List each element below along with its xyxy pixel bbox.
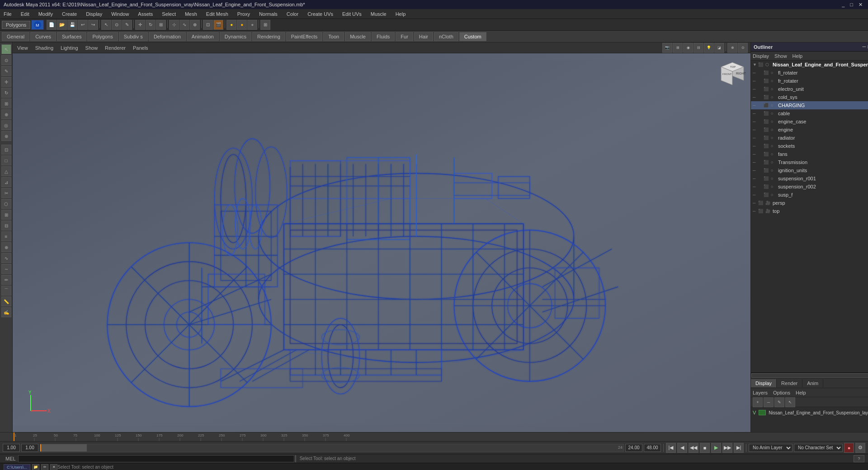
menu-mesh[interactable]: Mesh [183, 10, 199, 18]
path-action2[interactable]: ✏ [41, 464, 48, 470]
scale-tool[interactable]: ⊞ [1, 99, 11, 108]
timeline-range-bar[interactable]: 24 [40, 444, 624, 452]
region-select[interactable]: □ [1, 155, 11, 165]
out-row-susp-r002[interactable]: ─ ⬛ ○ suspension_r002 [751, 183, 868, 191]
annotate-tool[interactable]: ✍ [1, 307, 11, 317]
open-script-editor[interactable]: C:\Users\... [4, 464, 30, 470]
delete-layer-btn[interactable]: ─ [764, 397, 774, 407]
view-cube[interactable]: RIGHT TOP FRONT [719, 58, 746, 85]
stop-btn[interactable]: ■ [700, 443, 710, 453]
tab-hair[interactable]: Hair [414, 32, 433, 41]
out-row-ignition[interactable]: ─ ⬛ ○ ignition_units [751, 166, 868, 174]
paint-select-tool[interactable]: ✎ [1, 66, 11, 76]
frame-end-input[interactable] [625, 444, 642, 452]
menu-edit[interactable]: Edit [19, 10, 31, 18]
frame-current-input[interactable] [21, 444, 38, 452]
split-poly[interactable]: ✂ [1, 188, 11, 198]
new-scene-btn[interactable]: 📄 [47, 20, 57, 30]
prev-frame-btn[interactable]: |◀ [666, 443, 676, 453]
title-bar-controls[interactable]: _ □ ✕ [840, 2, 864, 8]
vp-menu-shading[interactable]: Shading [33, 44, 55, 52]
vp-icon-smooth[interactable]: ◉ [683, 43, 693, 53]
outliner-content[interactable]: ▼ ⬛ ⬡ Nissan_Leaf_Engine_and_Front_Suspe… [751, 61, 868, 372]
tab-general[interactable]: General [2, 32, 29, 41]
vp-icon-camera[interactable]: 📷 [662, 43, 672, 53]
merge-tool[interactable]: ⊕ [1, 242, 11, 252]
hscroll-thumb[interactable] [751, 373, 868, 378]
rotate-btn[interactable]: ↻ [146, 20, 156, 30]
menu-window[interactable]: Window [109, 10, 131, 18]
out-row-transmission[interactable]: ─ ⬛ ○ Transmission [751, 158, 868, 166]
paint-sel-btn[interactable]: ✎ [122, 20, 132, 30]
auto-key-btn[interactable]: ● [844, 443, 854, 453]
select-tool[interactable]: ↖ [1, 44, 11, 54]
tab-dynamics[interactable]: Dynamics [220, 32, 251, 41]
arc-tool[interactable]: ⌒ [1, 286, 11, 296]
layer-visibility[interactable]: V [753, 410, 756, 415]
tab-painteffects[interactable]: PaintEffects [286, 32, 323, 41]
pencil-curve[interactable]: ✏ [1, 275, 11, 285]
out-row-engine-case[interactable]: ─ ⬛ ○ engine_case [751, 118, 868, 126]
menu-select[interactable]: Select [160, 10, 178, 18]
cv-curve[interactable]: ∿ [1, 253, 11, 263]
vp-icon-isolate[interactable]: ⊕ [727, 43, 737, 53]
out-row-susp-f[interactable]: ─ ⬛ ○ susp_f [751, 191, 868, 199]
rotate-tool[interactable]: ↻ [1, 88, 11, 98]
tab-curves[interactable]: Curves [30, 32, 56, 41]
mode-selector[interactable]: Polygons [2, 21, 30, 29]
maya-logo[interactable]: M [31, 20, 44, 30]
menu-muscle[interactable]: Muscle [369, 10, 388, 18]
outliner-controls[interactable]: ─ □ ✕ [863, 44, 868, 50]
out-row-sockets[interactable]: ─ ⬛ ○ sockets [751, 142, 868, 150]
out-row-persp[interactable]: ─ ⬛ 🎥 persp [751, 199, 868, 207]
vp-menu-view[interactable]: View [15, 44, 30, 52]
play-back-btn[interactable]: ◀◀ [689, 443, 698, 453]
next-key-btn[interactable]: ▶| [734, 443, 744, 453]
playback-end-input[interactable] [644, 444, 661, 452]
outliner-minimize[interactable]: ─ [863, 44, 866, 50]
menu-proxy[interactable]: Proxy [236, 10, 252, 18]
command-line-input[interactable] [19, 456, 294, 462]
save-btn[interactable]: 💾 [67, 20, 77, 30]
menu-create[interactable]: Create [60, 10, 79, 18]
universal-manip[interactable]: ⊕ [1, 109, 11, 119]
menu-normals[interactable]: Normals [257, 10, 279, 18]
tab-surfaces[interactable]: Surfaces [57, 32, 86, 41]
out-row-fans[interactable]: ─ ⬛ ○ fans [751, 150, 868, 158]
history-btn[interactable]: ⊡ [203, 20, 213, 30]
vp-icon-lights[interactable]: 💡 [704, 43, 714, 53]
vp-menu-renderer[interactable]: Renderer [103, 44, 127, 52]
out-row-fr-rotater[interactable]: ─ ⬛ ○ fr_rotater [751, 77, 868, 85]
viewport[interactable]: RIGHT TOP FRONT X Y [13, 53, 750, 432]
close-button[interactable]: ✕ [857, 2, 864, 8]
select-tool-btn[interactable]: ↖ [101, 20, 111, 30]
command-line-container[interactable] [18, 455, 294, 462]
out-row-engine[interactable]: ─ ⬛ ○ engine [751, 126, 868, 134]
tab-rendering[interactable]: Rendering [252, 32, 285, 41]
move-btn[interactable]: ✛ [135, 20, 145, 30]
layer-name[interactable]: Nissan_Leaf_Engine_and_Front_Suspension_… [769, 410, 868, 415]
step-back-btn[interactable]: ◀ [677, 443, 687, 453]
tab-ncloth[interactable]: nCloth [434, 32, 458, 41]
create-layer-btn[interactable]: + [753, 397, 763, 407]
vp-menu-show[interactable]: Show [84, 44, 100, 52]
tab-subdivs[interactable]: Subdiv s [119, 32, 148, 41]
offset-edge[interactable]: ⊟ [1, 221, 11, 230]
layer-tab-anim[interactable]: Anim [802, 379, 823, 387]
anim-layer-select[interactable]: No Anim Layer [749, 444, 793, 452]
tab-fluids[interactable]: Fluids [372, 32, 395, 41]
tab-toon[interactable]: Toon [323, 32, 344, 41]
tab-custom[interactable]: Custom [459, 32, 486, 41]
out-row-root[interactable]: ▼ ⬛ ⬡ Nissan_Leaf_Engine_and_Front_Suspe… [751, 61, 868, 69]
snap-curve-btn[interactable]: ∿ [179, 20, 189, 30]
vp-menu-lighting[interactable]: Lighting [59, 44, 80, 52]
append-poly[interactable]: ⊿ [1, 177, 11, 187]
layer-tab-render[interactable]: Render [777, 379, 802, 387]
ep-curve[interactable]: ∼ [1, 264, 11, 274]
snap-point-btn[interactable]: ⊕ [190, 20, 200, 30]
vp-icon-xray[interactable]: ⊙ [738, 43, 748, 53]
create-poly[interactable]: △ [1, 166, 11, 176]
light-btn2[interactable]: ● [237, 20, 247, 30]
options-menu[interactable]: Options [773, 390, 790, 395]
vp-icon-shadow[interactable]: ◪ [714, 43, 724, 53]
